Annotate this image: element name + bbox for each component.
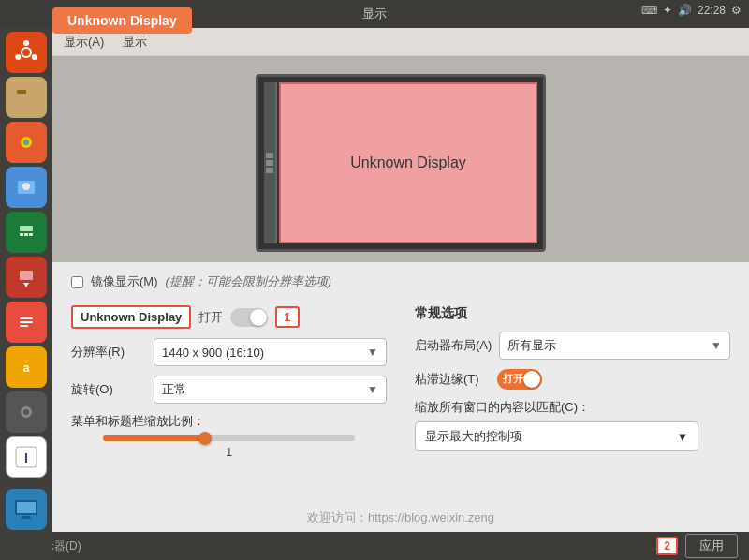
sidebar-icon-inkscape[interactable]: I — [6, 436, 47, 478]
menu-item-view[interactable]: 显示 — [123, 34, 147, 51]
svg-rect-19 — [20, 271, 33, 280]
rotation-dropdown[interactable]: 正常 ▼ — [154, 376, 387, 404]
menu-item-file[interactable]: 显示(A) — [64, 34, 104, 51]
bluetooth-icon: ✦ — [663, 4, 672, 17]
monitor-screen: Unknown Display — [279, 82, 537, 243]
settings-icon[interactable]: ⚙ — [731, 4, 742, 17]
settings-left: Unknown Display 打开 1 分辨率(R) 1440 x 900 (… — [71, 305, 387, 459]
sticky-toggle[interactable]: 打开 — [497, 369, 542, 390]
svg-rect-35 — [21, 518, 32, 519]
sidebar-icon-firefox[interactable] — [6, 122, 47, 163]
settings-right: 常规选项 启动器布局(A) 所有显示 ▼ 粘滞边缘(T) 打开 — [415, 305, 730, 459]
mirror-checkbox[interactable] — [71, 276, 83, 288]
monitor-side-bar — [264, 82, 277, 243]
resolution-dropdown[interactable]: 1440 x 900 (16:10) ▼ — [154, 338, 387, 366]
svg-rect-23 — [20, 321, 33, 323]
keyboard-icon: ⌨ — [641, 4, 657, 17]
display-toggle[interactable] — [230, 308, 268, 327]
rotation-arrow: ▼ — [367, 383, 378, 396]
svg-point-3 — [32, 54, 37, 60]
svg-point-9 — [23, 140, 29, 145]
mirror-hint: (提醒：可能会限制分辨率选项) — [166, 273, 332, 290]
svg-point-12 — [22, 183, 30, 190]
sidebar-icon-impress[interactable] — [6, 257, 47, 298]
mirror-row: 镜像显示(M) (提醒：可能会限制分辨率选项) — [71, 273, 730, 290]
monitor-button-1 — [266, 153, 273, 158]
monitor-screen-label: Unknown Display — [350, 155, 466, 171]
sidebar: a I — [0, 28, 52, 560]
svg-rect-14 — [20, 226, 33, 231]
settings-grid: Unknown Display 打开 1 分辨率(R) 1440 x 900 (… — [71, 305, 730, 459]
section-title: 常规选项 — [415, 305, 730, 322]
scale-arrow: ▼ — [676, 430, 688, 444]
launcher-value: 所有显示 — [507, 337, 556, 354]
badge-number-1: 1 — [275, 306, 299, 328]
slider-section: 菜单和标题栏缩放比例： 1 — [71, 413, 387, 459]
on-off-label: 打开 — [198, 309, 223, 326]
sidebar-icon-monitor[interactable] — [6, 489, 47, 530]
slider-track[interactable] — [103, 435, 356, 441]
volume-icon: 🔊 — [678, 4, 692, 17]
sidebar-icon-system[interactable] — [6, 391, 47, 433]
sticky-on-label: 打开 — [503, 372, 523, 386]
sidebar-icon-amazon[interactable]: a — [6, 346, 47, 388]
title-bar-title: 显示 — [362, 6, 387, 22]
launcher-arrow: ▼ — [711, 339, 722, 352]
resolution-row: 分辨率(R) 1440 x 900 (16:10) ▼ — [71, 338, 387, 366]
svg-rect-15 — [20, 233, 23, 236]
sidebar-icon-text[interactable] — [6, 302, 47, 343]
app-layout: a I 显示(A) 显示 Unknown — [0, 28, 749, 560]
sidebar-icon-photos[interactable] — [6, 167, 47, 208]
svg-rect-24 — [20, 325, 28, 327]
display-preview-area: Unknown Display — [52, 56, 749, 262]
svg-rect-34 — [22, 516, 30, 518]
sidebar-icon-calc[interactable] — [6, 212, 47, 253]
sticky-row: 粘滞边缘(T) 打开 — [415, 369, 730, 390]
time-display: 22:28 — [698, 4, 726, 17]
resolution-value: 1440 x 900 (16:10) — [162, 346, 264, 360]
bottom-right: 2 应用 — [656, 534, 738, 558]
scale-value: 显示最大的控制项 — [425, 428, 522, 445]
badge-number-2: 2 — [656, 537, 678, 555]
svg-point-2 — [23, 40, 29, 46]
launcher-dropdown[interactable]: 所有显示 ▼ — [499, 332, 730, 360]
rotation-row: 旋转(O) 正常 ▼ — [71, 376, 387, 404]
svg-rect-17 — [29, 233, 33, 236]
svg-point-29 — [23, 409, 29, 415]
slider-value: 1 — [71, 445, 387, 459]
svg-point-4 — [15, 54, 21, 60]
scale-content-label: 缩放所有窗口的内容以匹配(C)： — [415, 399, 730, 416]
svg-rect-33 — [17, 502, 36, 513]
monitor-button-2 — [266, 160, 273, 166]
sticky-toggle-knob — [523, 371, 540, 388]
scale-dropdown[interactable]: 显示最大的控制项 ▼ — [415, 421, 698, 451]
svg-rect-16 — [24, 233, 28, 236]
bottom-bar: 显示器(D) 2 应用 — [0, 532, 749, 560]
launcher-label: 启动器布局(A) — [415, 337, 492, 354]
svg-text:a: a — [23, 361, 30, 375]
toggle-knob — [250, 309, 267, 326]
svg-rect-6 — [17, 90, 26, 94]
monitor-button-3 — [266, 168, 273, 173]
resolution-arrow: ▼ — [367, 346, 378, 359]
sidebar-icon-files[interactable] — [6, 77, 47, 118]
content-area: 显示(A) 显示 Unknown Display 镜像显示(M) — [52, 28, 749, 560]
mirror-label: 镜像显示(M) — [91, 273, 158, 290]
settings-area: 镜像显示(M) (提醒：可能会限制分辨率选项) Unknown Display … — [52, 262, 749, 560]
svg-rect-22 — [20, 317, 33, 319]
svg-text:I: I — [24, 450, 28, 465]
slider-thumb[interactable] — [198, 432, 212, 445]
rotation-label: 旋转(O) — [71, 381, 146, 398]
slider-label: 菜单和标题栏缩放比例： — [71, 413, 387, 430]
slider-fill — [103, 435, 204, 441]
launcher-row: 启动器布局(A) 所有显示 ▼ — [415, 332, 730, 360]
system-tray: ⌨ ✦ 🔊 22:28 ⚙ — [641, 4, 742, 17]
rotation-value: 正常 — [162, 381, 186, 398]
display-name-badge: Unknown Display — [71, 305, 191, 329]
sticky-label: 粘滞边缘(T) — [415, 371, 490, 388]
window-tab[interactable]: Unknown Display — [52, 7, 192, 34]
apply-button[interactable]: 应用 — [685, 534, 738, 558]
sidebar-icon-ubuntu[interactable] — [6, 32, 47, 73]
display-header-row: Unknown Display 打开 1 — [71, 305, 387, 329]
resolution-label: 分辨率(R) — [71, 344, 146, 361]
